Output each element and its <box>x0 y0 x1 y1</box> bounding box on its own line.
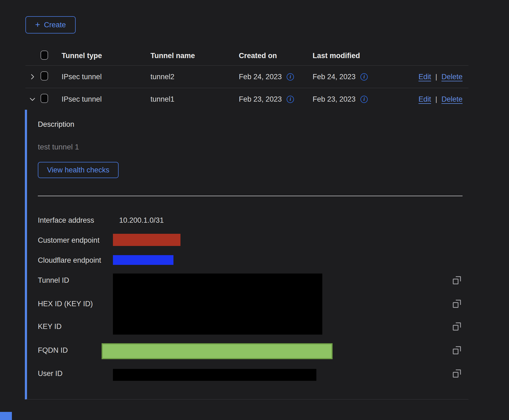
fqdn-id-label: FQDN ID <box>38 346 68 354</box>
user-id-redaction <box>113 369 316 381</box>
tunnel-type-cell: IPsec tunnel <box>62 95 150 104</box>
info-icon[interactable]: i <box>287 96 294 103</box>
copy-icon[interactable] <box>453 346 461 354</box>
last-modified-value: Feb 23, 2023 <box>313 95 356 104</box>
tunnel-name-cell: tunnel2 <box>150 73 239 81</box>
create-button[interactable]: + Create <box>25 16 76 34</box>
table-header-row: Tunnel type Tunnel name Created on Last … <box>25 46 468 66</box>
tunnel-id-label: Tunnel ID <box>38 276 69 284</box>
row-expand-cell <box>25 95 41 103</box>
chevron-down-icon[interactable] <box>29 95 36 103</box>
last-modified-value: Feb 24, 2023 <box>313 73 356 81</box>
tunnels-page: + Create Tunnel type Tunnel name Created… <box>0 0 509 420</box>
select-all-checkbox[interactable] <box>41 51 48 60</box>
copy-icon-front-square <box>453 372 458 378</box>
interface-address-label: Interface address <box>38 216 94 224</box>
delete-link[interactable]: Delete <box>441 73 463 81</box>
header-tunnel-name: Tunnel name <box>150 52 239 60</box>
interface-address-value: 10.200.1.0/31 <box>119 216 164 224</box>
created-on-value: Feb 24, 2023 <box>239 73 282 81</box>
customer-endpoint-label: Customer endpoint <box>38 236 99 244</box>
actions-separator: | <box>435 73 437 81</box>
info-icon[interactable]: i <box>360 73 368 81</box>
edit-link[interactable]: Edit <box>418 95 431 104</box>
info-icon[interactable]: i <box>287 73 294 81</box>
user-id-label: User ID <box>38 369 63 378</box>
partial-blue-element <box>0 412 12 420</box>
created-on-cell: Feb 23, 2023 i <box>239 95 313 104</box>
create-button-label: Create <box>44 21 66 29</box>
row-checkbox-cell <box>41 94 62 105</box>
row-checkbox[interactable] <box>41 71 48 81</box>
section-divider <box>38 196 463 196</box>
plus-icon: + <box>35 20 40 29</box>
chevron-right-icon[interactable] <box>29 73 36 81</box>
copy-icon[interactable] <box>453 369 461 378</box>
customer-endpoint-redaction <box>113 234 180 246</box>
copy-icon-front-square <box>453 325 458 331</box>
actions-separator: | <box>435 95 437 103</box>
created-on-value: Feb 23, 2023 <box>239 95 282 104</box>
header-last-modified: Last modified <box>313 52 389 60</box>
cloudflare-endpoint-redaction <box>113 255 173 265</box>
header-checkbox-cell <box>41 51 62 61</box>
key-id-label: KEY ID <box>38 322 62 331</box>
tunnel-name-cell: tunnel1 <box>150 95 239 104</box>
created-on-cell: Feb 24, 2023 i <box>239 73 313 81</box>
row-actions: Edit | Delete <box>389 95 468 104</box>
view-health-checks-button[interactable]: View health checks <box>38 162 119 178</box>
copy-icon[interactable] <box>453 276 461 284</box>
copy-icon[interactable] <box>453 300 461 308</box>
table-row: IPsec tunnel tunnel2 Feb 24, 2023 i Feb … <box>25 66 468 88</box>
tunnels-table: Tunnel type Tunnel name Created on Last … <box>25 46 468 110</box>
header-tunnel-type: Tunnel type <box>62 52 150 60</box>
copy-icon-front-square <box>453 349 458 354</box>
row-checkbox-cell <box>41 71 62 82</box>
ids-redaction-block <box>113 274 322 335</box>
fqdn-id-redaction <box>102 343 333 359</box>
copy-icon[interactable] <box>453 322 461 331</box>
copy-icon-front-square <box>453 302 458 308</box>
row-checkbox[interactable] <box>41 94 48 103</box>
description-label: Description <box>38 120 74 129</box>
info-icon[interactable]: i <box>360 96 368 103</box>
delete-link[interactable]: Delete <box>441 95 463 104</box>
description-value: test tunnel 1 <box>38 143 79 151</box>
edit-link[interactable]: Edit <box>418 73 431 81</box>
tunnel-type-cell: IPsec tunnel <box>62 73 150 81</box>
last-modified-cell: Feb 24, 2023 i <box>313 73 389 81</box>
row-actions: Edit | Delete <box>389 73 468 81</box>
cloudflare-endpoint-label: Cloudflare endpoint <box>38 256 101 264</box>
table-row: IPsec tunnel tunnel1 Feb 23, 2023 i Feb … <box>25 88 468 110</box>
last-modified-cell: Feb 23, 2023 i <box>313 95 389 104</box>
copy-icon-front-square <box>453 279 458 284</box>
hex-id-label: HEX ID (KEY ID) <box>38 300 93 308</box>
row-expand-cell <box>25 73 41 81</box>
header-created-on: Created on <box>239 52 313 60</box>
expanded-detail-panel: Description test tunnel 1 View health ch… <box>25 110 468 399</box>
